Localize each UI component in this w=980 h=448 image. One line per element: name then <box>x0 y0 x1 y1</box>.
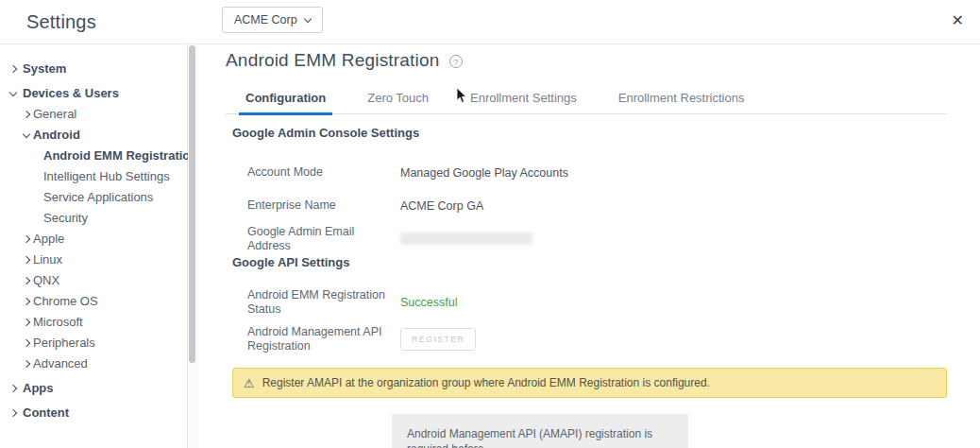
amapi-tooltip: Android Management API (AMAPI) registrat… <box>392 414 688 448</box>
field-label: Android Management API Registration <box>247 325 400 353</box>
help-icon[interactable]: ? <box>449 55 463 68</box>
org-group-selector[interactable]: ACME Corp <box>222 7 323 33</box>
redacted-email-value <box>400 233 532 245</box>
chevron-right-icon <box>23 278 33 284</box>
sidebar-item-label: Devices & Users <box>23 83 119 104</box>
chevron-right-icon <box>23 112 33 117</box>
chevron-right-icon <box>23 319 33 325</box>
sidebar-item-service-applications[interactable]: Service Applications <box>0 187 187 208</box>
sidebar-item-label: Chrome OS <box>33 291 98 312</box>
sidebar-item-content[interactable]: Content <box>0 403 187 423</box>
sidebar-item-apps[interactable]: Apps <box>0 378 187 399</box>
tab-bar: Configuration Zero Touch Enrollment Sett… <box>226 91 947 114</box>
sidebar-item-label: QNX <box>33 270 59 291</box>
tab-enrollment-settings[interactable]: Enrollment Settings <box>464 91 583 113</box>
field-label: Google Admin Email Address <box>247 225 400 253</box>
sidebar-item-label: Service Applications <box>43 187 153 208</box>
section-heading-google-admin-console: Google Admin Console Settings <box>232 126 947 141</box>
google-api-rows: Android EMM Registration Status Successf… <box>247 285 947 360</box>
field-label: Android EMM Registration Status <box>247 288 400 317</box>
sidebar-item-label: Linux <box>33 250 62 270</box>
sidebar-item-peripherals[interactable]: Peripherals <box>0 333 187 353</box>
chevron-right-icon <box>23 257 33 263</box>
sidebar-item-devices-users[interactable]: Devices & Users <box>0 83 187 104</box>
google-admin-console-rows: Account Mode Managed Google Play Account… <box>247 156 947 255</box>
chevron-right-icon <box>23 236 33 242</box>
field-row-google-admin-email: Google Admin Email Address <box>247 222 947 255</box>
field-row-emm-registration-status: Android EMM Registration Status Successf… <box>247 285 947 319</box>
sidebar-item-linux[interactable]: Linux <box>0 250 187 270</box>
tab-zero-touch[interactable]: Zero Touch <box>361 91 435 113</box>
section-heading-google-api: Google API Settings <box>232 255 947 270</box>
sidebar-item-advanced[interactable]: Advanced <box>0 353 187 374</box>
close-icon[interactable]: ✕ <box>952 10 964 31</box>
field-row-enterprise-name: Enterprise Name ACME Corp GA <box>247 189 947 222</box>
sidebar-item-label: Android EMM Registration <box>43 146 197 166</box>
sidebar-item-general[interactable]: General <box>0 104 187 125</box>
sidebar-item-label: System <box>23 59 66 79</box>
field-label: Enterprise Name <box>247 198 400 213</box>
sidebar-item-label: Advanced <box>33 353 88 374</box>
chevron-right-icon <box>23 299 33 304</box>
chevron-right-icon <box>9 66 23 72</box>
sidebar-item-label: Security <box>43 208 88 229</box>
settings-nav: System Devices & Users General Android A… <box>0 44 188 448</box>
tab-configuration[interactable]: Configuration <box>239 91 332 115</box>
sidebar-item-label: Microsoft <box>33 312 83 333</box>
sidebar-item-system[interactable]: System <box>0 59 187 79</box>
settings-window: Settings ACME Corp ✕ System Devices & Us… <box>0 0 980 448</box>
chevron-down-icon <box>9 93 23 95</box>
field-value: ACME Corp GA <box>400 199 483 213</box>
sidebar-scrollbar[interactable] <box>188 44 198 448</box>
sidebar-item-microsoft[interactable]: Microsoft <box>0 312 187 333</box>
sidebar-item-apple[interactable]: Apple <box>0 229 187 250</box>
chevron-down-icon <box>23 134 33 137</box>
sidebar-item-security[interactable]: Security <box>0 208 187 229</box>
sidebar-item-label: Android <box>33 125 80 146</box>
sidebar-item-intelligent-hub-settings[interactable]: Intelligent Hub Settings <box>0 166 187 187</box>
field-row-amapi-registration: Android Management API Registration REGI… <box>247 319 947 360</box>
sidebar-item-label: Apple <box>33 229 64 250</box>
sidebar-item-chrome-os[interactable]: Chrome OS <box>0 291 187 312</box>
register-button[interactable]: REGISTER <box>400 328 476 351</box>
sidebar-item-qnx[interactable]: QNX <box>0 270 187 291</box>
warning-banner: ⚠ Register AMAPI at the organization gro… <box>232 368 947 398</box>
field-label: Account Mode <box>247 165 400 180</box>
scrollbar-thumb[interactable] <box>189 45 195 363</box>
top-bar: Settings ACME Corp ✕ <box>0 0 980 44</box>
sidebar-item-android[interactable]: Android <box>0 125 187 146</box>
warning-icon: ⚠ <box>244 377 255 389</box>
chevron-right-icon <box>9 410 23 416</box>
sidebar-item-label: Peripherals <box>33 333 95 353</box>
org-group-label: ACME Corp <box>234 13 297 26</box>
chevron-down-icon <box>303 14 311 22</box>
field-value: Managed Google Play Accounts <box>400 166 568 180</box>
warning-text: Register AMAPI at the organization group… <box>262 376 710 389</box>
main-content: Android EMM Registration ? Configuration… <box>198 44 980 448</box>
field-row-account-mode: Account Mode Managed Google Play Account… <box>247 156 947 189</box>
chevron-right-icon <box>23 361 33 367</box>
sidebar-item-label: Apps <box>23 378 54 399</box>
tab-enrollment-restrictions[interactable]: Enrollment Restrictions <box>612 91 752 113</box>
content-title: Android EMM Registration <box>226 49 440 72</box>
page-title: Settings <box>26 11 96 33</box>
chevron-right-icon <box>23 340 33 346</box>
sidebar-item-android-emm-registration[interactable]: Android EMM Registration <box>0 146 187 166</box>
chevron-right-icon <box>9 386 23 391</box>
sidebar-item-label: General <box>33 104 76 125</box>
status-value-success: Successful <box>400 296 457 309</box>
sidebar-item-label: Intelligent Hub Settings <box>43 166 170 187</box>
sidebar-item-label: Content <box>23 403 69 423</box>
